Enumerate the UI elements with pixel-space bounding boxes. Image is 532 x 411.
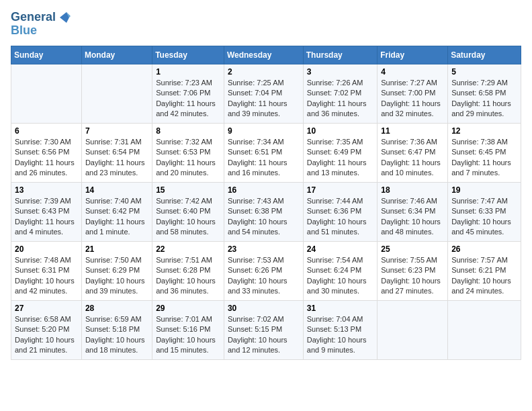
calendar-cell: 1Sunrise: 7:23 AM Sunset: 7:06 PM Daylig…: [152, 64, 224, 123]
day-info: Sunrise: 7:46 AM Sunset: 6:34 PM Dayligh…: [381, 196, 444, 238]
calendar-cell: 31Sunrise: 7:04 AM Sunset: 5:13 PM Dayli…: [303, 300, 377, 359]
calendar-cell: [448, 300, 521, 359]
page-header: General Blue: [11, 11, 521, 38]
day-info: Sunrise: 7:25 AM Sunset: 7:04 PM Dayligh…: [228, 78, 300, 120]
day-info: Sunrise: 7:51 AM Sunset: 6:28 PM Dayligh…: [156, 255, 220, 297]
day-number: 9: [228, 126, 300, 136]
calendar-week-row: 27Sunrise: 6:58 AM Sunset: 5:20 PM Dayli…: [11, 300, 521, 359]
calendar-cell: [11, 64, 82, 123]
logo: General Blue: [11, 11, 71, 38]
calendar-cell: 17Sunrise: 7:44 AM Sunset: 6:36 PM Dayli…: [303, 182, 377, 241]
day-info: Sunrise: 7:39 AM Sunset: 6:43 PM Dayligh…: [15, 196, 78, 238]
day-number: 4: [381, 67, 444, 77]
day-info: Sunrise: 7:43 AM Sunset: 6:38 PM Dayligh…: [228, 196, 300, 238]
day-number: 29: [156, 304, 220, 313]
calendar-week-row: 13Sunrise: 7:39 AM Sunset: 6:43 PM Dayli…: [11, 182, 521, 241]
day-number: 8: [156, 126, 220, 136]
day-info: Sunrise: 7:50 AM Sunset: 6:29 PM Dayligh…: [85, 255, 148, 297]
day-info: Sunrise: 7:23 AM Sunset: 7:06 PM Dayligh…: [156, 78, 220, 120]
day-number: 27: [15, 304, 78, 313]
logo-icon: [57, 11, 71, 24]
day-number: 30: [228, 304, 300, 313]
day-number: 15: [156, 185, 220, 195]
calendar-cell: 12Sunrise: 7:38 AM Sunset: 6:45 PM Dayli…: [448, 123, 521, 182]
day-info: Sunrise: 7:38 AM Sunset: 6:45 PM Dayligh…: [451, 137, 517, 179]
calendar-cell: 7Sunrise: 7:31 AM Sunset: 6:54 PM Daylig…: [81, 123, 152, 182]
calendar-cell: 13Sunrise: 7:39 AM Sunset: 6:43 PM Dayli…: [11, 182, 82, 241]
day-number: 11: [381, 126, 444, 136]
day-number: 10: [307, 126, 373, 136]
calendar-cell: 19Sunrise: 7:47 AM Sunset: 6:33 PM Dayli…: [448, 182, 521, 241]
day-info: Sunrise: 7:02 AM Sunset: 5:15 PM Dayligh…: [228, 314, 300, 356]
day-number: 26: [451, 244, 517, 254]
day-number: 22: [156, 244, 220, 254]
day-info: Sunrise: 7:01 AM Sunset: 5:16 PM Dayligh…: [156, 314, 220, 356]
calendar-cell: 25Sunrise: 7:55 AM Sunset: 6:23 PM Dayli…: [378, 241, 448, 300]
weekday-header: Tuesday: [152, 46, 224, 64]
day-info: Sunrise: 7:47 AM Sunset: 6:33 PM Dayligh…: [451, 196, 517, 238]
day-number: 20: [15, 244, 78, 254]
calendar-cell: 27Sunrise: 6:58 AM Sunset: 5:20 PM Dayli…: [11, 300, 82, 359]
day-info: Sunrise: 7:31 AM Sunset: 6:54 PM Dayligh…: [85, 137, 148, 179]
day-info: Sunrise: 7:54 AM Sunset: 6:24 PM Dayligh…: [307, 255, 373, 297]
day-number: 1: [156, 67, 220, 77]
weekday-header-row: SundayMondayTuesdayWednesdayThursdayFrid…: [11, 46, 521, 64]
calendar-cell: 16Sunrise: 7:43 AM Sunset: 6:38 PM Dayli…: [224, 182, 303, 241]
calendar-week-row: 20Sunrise: 7:48 AM Sunset: 6:31 PM Dayli…: [11, 241, 521, 300]
weekday-header: Monday: [81, 46, 152, 64]
day-info: Sunrise: 7:42 AM Sunset: 6:40 PM Dayligh…: [156, 196, 220, 238]
calendar-cell: 18Sunrise: 7:46 AM Sunset: 6:34 PM Dayli…: [378, 182, 448, 241]
calendar-table: SundayMondayTuesdayWednesdayThursdayFrid…: [11, 46, 521, 360]
calendar-cell: 21Sunrise: 7:50 AM Sunset: 6:29 PM Dayli…: [81, 241, 152, 300]
logo-text-general: General: [11, 11, 56, 24]
day-number: 19: [451, 185, 517, 195]
day-info: Sunrise: 7:34 AM Sunset: 6:51 PM Dayligh…: [228, 137, 300, 179]
day-info: Sunrise: 7:48 AM Sunset: 6:31 PM Dayligh…: [15, 255, 78, 297]
calendar-cell: 8Sunrise: 7:32 AM Sunset: 6:53 PM Daylig…: [152, 123, 224, 182]
day-number: 12: [451, 126, 517, 136]
day-number: 17: [307, 185, 373, 195]
day-info: Sunrise: 6:58 AM Sunset: 5:20 PM Dayligh…: [15, 314, 78, 356]
day-info: Sunrise: 7:26 AM Sunset: 7:02 PM Dayligh…: [307, 78, 373, 120]
day-info: Sunrise: 7:53 AM Sunset: 6:26 PM Dayligh…: [228, 255, 300, 297]
day-number: 31: [307, 304, 373, 313]
calendar-cell: 14Sunrise: 7:40 AM Sunset: 6:42 PM Dayli…: [81, 182, 152, 241]
weekday-header: Sunday: [11, 46, 82, 64]
day-number: 3: [307, 67, 373, 77]
weekday-header: Friday: [378, 46, 448, 64]
logo-text-blue: Blue: [11, 24, 37, 38]
day-info: Sunrise: 7:55 AM Sunset: 6:23 PM Dayligh…: [381, 255, 444, 297]
day-info: Sunrise: 6:59 AM Sunset: 5:18 PM Dayligh…: [85, 314, 148, 356]
calendar-cell: 10Sunrise: 7:35 AM Sunset: 6:49 PM Dayli…: [303, 123, 377, 182]
day-number: 23: [228, 244, 300, 254]
day-info: Sunrise: 7:04 AM Sunset: 5:13 PM Dayligh…: [307, 314, 373, 356]
calendar-cell: 26Sunrise: 7:57 AM Sunset: 6:21 PM Dayli…: [448, 241, 521, 300]
calendar-cell: 23Sunrise: 7:53 AM Sunset: 6:26 PM Dayli…: [224, 241, 303, 300]
day-number: 25: [381, 244, 444, 254]
day-info: Sunrise: 7:57 AM Sunset: 6:21 PM Dayligh…: [451, 255, 517, 297]
calendar-cell: 20Sunrise: 7:48 AM Sunset: 6:31 PM Dayli…: [11, 241, 82, 300]
weekday-header: Thursday: [303, 46, 377, 64]
calendar-cell: 11Sunrise: 7:36 AM Sunset: 6:47 PM Dayli…: [378, 123, 448, 182]
day-info: Sunrise: 7:44 AM Sunset: 6:36 PM Dayligh…: [307, 196, 373, 238]
day-number: 2: [228, 67, 300, 77]
calendar-week-row: 1Sunrise: 7:23 AM Sunset: 7:06 PM Daylig…: [11, 64, 521, 123]
day-number: 14: [85, 185, 148, 195]
calendar-cell: 22Sunrise: 7:51 AM Sunset: 6:28 PM Dayli…: [152, 241, 224, 300]
calendar-cell: 30Sunrise: 7:02 AM Sunset: 5:15 PM Dayli…: [224, 300, 303, 359]
day-info: Sunrise: 7:29 AM Sunset: 6:58 PM Dayligh…: [451, 78, 517, 120]
calendar-cell: [378, 300, 448, 359]
calendar-cell: 28Sunrise: 6:59 AM Sunset: 5:18 PM Dayli…: [81, 300, 152, 359]
calendar-cell: 2Sunrise: 7:25 AM Sunset: 7:04 PM Daylig…: [224, 64, 303, 123]
calendar-cell: 5Sunrise: 7:29 AM Sunset: 6:58 PM Daylig…: [448, 64, 521, 123]
calendar-cell: 4Sunrise: 7:27 AM Sunset: 7:00 PM Daylig…: [378, 64, 448, 123]
day-number: 18: [381, 185, 444, 195]
day-info: Sunrise: 7:35 AM Sunset: 6:49 PM Dayligh…: [307, 137, 373, 179]
day-number: 5: [451, 67, 517, 77]
calendar-cell: 24Sunrise: 7:54 AM Sunset: 6:24 PM Dayli…: [303, 241, 377, 300]
day-info: Sunrise: 7:36 AM Sunset: 6:47 PM Dayligh…: [381, 137, 444, 179]
day-info: Sunrise: 7:30 AM Sunset: 6:56 PM Dayligh…: [15, 137, 78, 179]
weekday-header: Saturday: [448, 46, 521, 64]
calendar-cell: 6Sunrise: 7:30 AM Sunset: 6:56 PM Daylig…: [11, 123, 82, 182]
calendar-cell: 9Sunrise: 7:34 AM Sunset: 6:51 PM Daylig…: [224, 123, 303, 182]
